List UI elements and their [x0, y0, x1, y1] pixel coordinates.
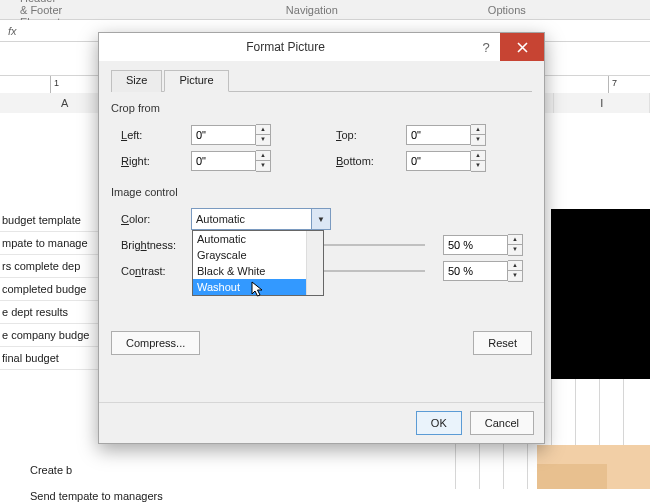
- gantt-bar: [551, 209, 650, 379]
- dropdown-option[interactable]: Grayscale: [193, 247, 307, 263]
- dropdown-option[interactable]: Black & White: [193, 263, 307, 279]
- spin-up-icon[interactable]: ▲: [256, 151, 270, 161]
- spin-down-icon[interactable]: ▼: [508, 245, 522, 254]
- help-button[interactable]: ?: [472, 40, 500, 55]
- crop-left-input[interactable]: ▲▼: [191, 125, 271, 145]
- spin-up-icon[interactable]: ▲: [508, 261, 522, 271]
- dialog-tabs: Size Picture: [111, 69, 532, 92]
- spin-up-icon[interactable]: ▲: [471, 151, 485, 161]
- colhead-i[interactable]: I: [554, 93, 650, 113]
- contrast-slider[interactable]: [323, 261, 443, 281]
- close-icon: [517, 42, 528, 53]
- spin-down-icon[interactable]: ▼: [471, 161, 485, 170]
- spin-down-icon[interactable]: ▼: [256, 161, 270, 170]
- ribbon-label-options: Options: [488, 4, 526, 16]
- fx-label: fx: [8, 25, 17, 37]
- crop-top-input[interactable]: ▲▼: [406, 125, 486, 145]
- color-combo[interactable]: Automatic ▼ Automatic Grayscale Black & …: [191, 208, 331, 230]
- label-brightness: Brightness:: [111, 239, 191, 251]
- cancel-button[interactable]: Cancel: [470, 411, 534, 435]
- tab-picture[interactable]: Picture: [164, 70, 228, 92]
- section-crop-from: Crop from: [111, 102, 532, 114]
- tab-size[interactable]: Size: [111, 70, 162, 92]
- format-picture-dialog: Format Picture ? Size Picture Crop from …: [98, 32, 545, 444]
- axis-label: Create b: [30, 457, 230, 483]
- axis-label: Send tempate to managers: [30, 483, 230, 504]
- spin-down-icon[interactable]: ▼: [508, 271, 522, 280]
- label-bottom: Bottom:: [326, 155, 406, 167]
- spin-down-icon[interactable]: ▼: [471, 135, 485, 144]
- crop-bottom-input[interactable]: ▲▼: [406, 151, 486, 171]
- reset-button[interactable]: Reset: [473, 331, 532, 355]
- dialog-body: Size Picture Crop from Left: ▲▼ Top: ▲▼ …: [99, 61, 544, 403]
- spin-up-icon[interactable]: ▲: [471, 125, 485, 135]
- ribbon-label-navigation: Navigation: [286, 4, 338, 16]
- dialog-titlebar[interactable]: Format Picture ?: [99, 33, 544, 62]
- label-left: Left:: [111, 129, 191, 141]
- gantt-bar: [537, 464, 607, 489]
- combo-value: Automatic: [196, 213, 245, 225]
- label-contrast: Contrast:: [111, 265, 191, 277]
- bottom-task-labels: Create b Send tempate to managers: [30, 457, 230, 504]
- label-right: Right:: [111, 155, 191, 167]
- crop-right-input[interactable]: ▲▼: [191, 151, 271, 171]
- ribbon-group-labels: Header & Footer Elements Navigation Opti…: [0, 0, 650, 20]
- color-dropdown: Automatic Grayscale Black & White Washou…: [192, 230, 324, 296]
- section-image-control: Image control: [111, 186, 532, 198]
- close-button[interactable]: [500, 33, 544, 61]
- brightness-input[interactable]: ▲▼: [443, 235, 523, 255]
- dropdown-option-selected[interactable]: Washout: [193, 279, 307, 295]
- dialog-footer: OK Cancel: [99, 402, 544, 443]
- contrast-input[interactable]: ▲▼: [443, 261, 523, 281]
- chevron-down-icon[interactable]: ▼: [311, 209, 330, 229]
- label-color: Color:: [111, 213, 191, 225]
- spin-up-icon[interactable]: ▲: [508, 235, 522, 245]
- dropdown-option[interactable]: Automatic: [193, 231, 307, 247]
- label-top: Top:: [326, 129, 406, 141]
- brightness-slider[interactable]: [323, 235, 443, 255]
- compress-button[interactable]: Compress...: [111, 331, 200, 355]
- dropdown-scrollbar[interactable]: [306, 231, 323, 295]
- dialog-title: Format Picture: [99, 40, 472, 54]
- spin-down-icon[interactable]: ▼: [256, 135, 270, 144]
- spin-up-icon[interactable]: ▲: [256, 125, 270, 135]
- ok-button[interactable]: OK: [416, 411, 462, 435]
